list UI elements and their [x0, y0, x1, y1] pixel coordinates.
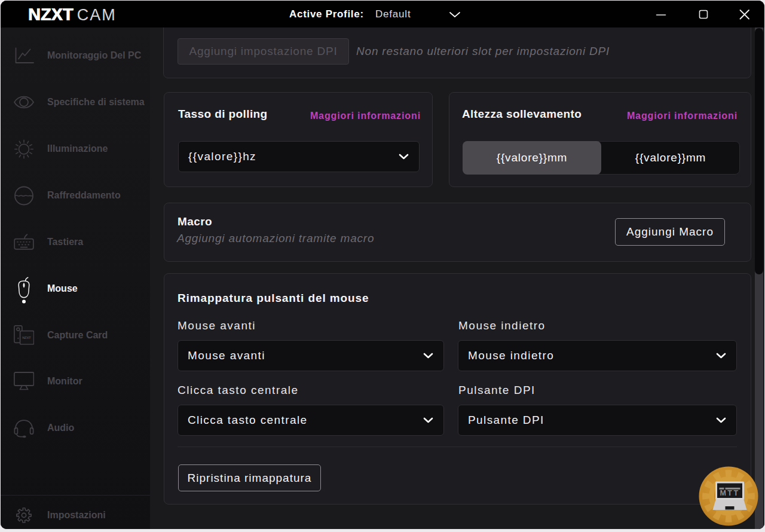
svg-text:NZXT: NZXT [22, 336, 31, 340]
svg-text:MTT: MTT [720, 489, 739, 497]
